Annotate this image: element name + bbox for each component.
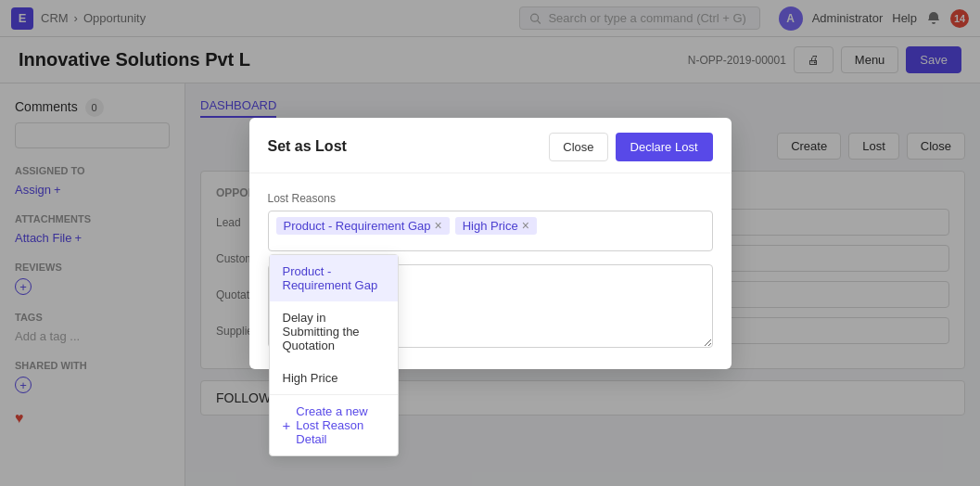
modal-header: Set as Lost Close Declare Lost — [249, 118, 732, 173]
tag-chip-2: High Price × — [455, 217, 537, 235]
declare-lost-button[interactable]: Declare Lost — [616, 133, 713, 161]
tag-chip-1-remove[interactable]: × — [434, 219, 441, 232]
create-lost-reason-button[interactable]: + Create a new Lost Reason Detail — [270, 395, 398, 455]
dropdown-item-2[interactable]: High Price — [270, 362, 398, 394]
modal-header-buttons: Close Declare Lost — [549, 133, 712, 161]
tag-chip-2-remove[interactable]: × — [522, 219, 529, 232]
modal-title: Set as Lost — [268, 138, 347, 155]
lost-reasons-label: Lost Reasons — [268, 192, 713, 205]
tag-chip-1: Product - Requirement Gap × — [276, 217, 450, 235]
set-as-lost-modal: Set as Lost Close Declare Lost Lost Reas… — [249, 118, 732, 369]
modal-body: Lost Reasons Product - Requirement Gap ×… — [249, 173, 732, 369]
modal-overlay: Set as Lost Close Declare Lost Lost Reas… — [0, 0, 980, 486]
lost-reasons-search-input[interactable] — [542, 217, 705, 235]
lost-reasons-input-box[interactable]: Product - Requirement Gap × High Price ×… — [268, 211, 713, 251]
dropdown-item-0[interactable]: Product - Requirement Gap — [270, 255, 398, 301]
dropdown-item-1[interactable]: Delay in Submitting the Quotation — [270, 301, 398, 362]
modal-close-button[interactable]: Close — [549, 133, 607, 161]
lost-reasons-dropdown: Product - Requirement Gap Delay in Submi… — [269, 254, 399, 456]
